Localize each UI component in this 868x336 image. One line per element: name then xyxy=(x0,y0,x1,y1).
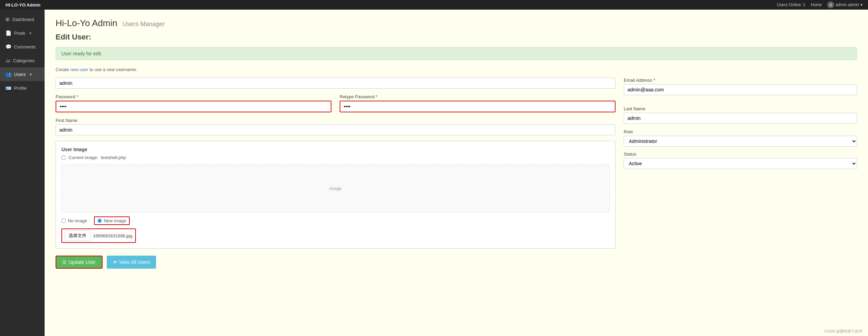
sidebar-item-label: Comments xyxy=(14,44,36,49)
first-name-group: First Name xyxy=(56,118,615,135)
first-name-label: First Name xyxy=(56,118,615,123)
users-icon: 👥 xyxy=(5,71,11,77)
email-label: Email Address * xyxy=(624,78,857,83)
users-chevron-icon: ▾ xyxy=(30,72,32,76)
button-row: ☰ Update User 👁 View All Users xyxy=(56,256,615,269)
user-image-box: User Image Current image: testshell.php … xyxy=(56,141,615,249)
eye-icon: 👁 xyxy=(113,260,117,265)
sidebar-item-comments[interactable]: 💬 Comments xyxy=(0,40,45,54)
sidebar-item-categories[interactable]: 🗂 Categories xyxy=(0,54,45,67)
role-label: Role xyxy=(624,129,857,134)
page-subtitle: Users Manager xyxy=(122,21,165,27)
retype-password-group: Retype Password * xyxy=(340,94,615,112)
no-image-option: No image xyxy=(61,218,87,223)
sidebar-item-profile[interactable]: 🪪 Profile xyxy=(0,81,45,95)
current-image-radio[interactable] xyxy=(61,155,66,160)
name-row: First Name xyxy=(56,118,615,135)
admin-label: admin admin xyxy=(835,2,859,7)
current-image-file: testshell.php xyxy=(101,155,126,160)
comments-icon: 💬 xyxy=(5,44,11,49)
role-group: Role Administrator Editor Author Subscri… xyxy=(624,129,857,147)
admin-chevron-icon: ▾ xyxy=(860,2,863,7)
alert-success: User ready for edit. xyxy=(56,47,857,60)
sidebar-item-posts[interactable]: 📄 Posts ▾ xyxy=(0,26,45,40)
new-image-option: New image xyxy=(94,216,130,225)
email-group: Email Address * xyxy=(624,78,857,95)
update-icon: ☰ xyxy=(62,260,67,265)
home-link[interactable]: Home xyxy=(811,2,822,7)
email-row: Email Address * xyxy=(624,78,857,95)
update-user-button[interactable]: ☰ Update User xyxy=(56,256,103,269)
edit-user-title: Edit User: xyxy=(56,33,857,42)
no-image-label: No image xyxy=(68,218,87,223)
password-label: Password * xyxy=(56,94,331,99)
first-name-input[interactable] xyxy=(56,124,615,135)
sidebar-item-users[interactable]: 👥 Users ▾ xyxy=(0,67,45,81)
sidebar-item-dashboard[interactable]: ⊞ Dashboard xyxy=(0,12,45,26)
current-image-label: Current image: xyxy=(69,155,98,160)
retype-password-input[interactable] xyxy=(340,101,615,112)
last-name-group: Last Name xyxy=(624,106,857,124)
new-image-label: New image xyxy=(104,218,126,223)
dashboard-icon: ⊞ xyxy=(5,16,10,22)
profile-icon: 🪪 xyxy=(5,85,11,91)
admin-menu[interactable]: A admin admin ▾ xyxy=(827,1,863,8)
username-row xyxy=(56,78,615,89)
file-choose-button[interactable]: 选择文件 xyxy=(65,231,90,241)
status-group: Status Active Inactive xyxy=(624,152,857,169)
admin-avatar: A xyxy=(827,1,834,8)
role-section: Role Administrator Editor Author Subscri… xyxy=(624,129,857,169)
sidebar-item-label: Users xyxy=(14,72,26,77)
sidebar-item-label: Profile xyxy=(14,86,27,91)
username-group xyxy=(56,78,615,89)
sidebar-item-label: Categories xyxy=(13,58,35,63)
last-name-row: Last Name xyxy=(624,106,857,124)
sidebar-item-label: Dashboard xyxy=(12,17,34,22)
new-image-radio[interactable] xyxy=(97,219,102,223)
status-select[interactable]: Active Inactive xyxy=(624,158,857,169)
layout: ⊞ Dashboard 📄 Posts ▾ 💬 Comments 🗂 Categ… xyxy=(0,10,868,336)
username-input[interactable] xyxy=(56,78,615,89)
password-row: Password * Retype Password * xyxy=(56,94,615,112)
sidebar-item-label: Posts xyxy=(14,31,25,36)
update-user-label: Update User xyxy=(69,259,96,265)
image-preview: image xyxy=(61,164,610,212)
no-image-radio[interactable] xyxy=(61,219,66,223)
main-content: Hi-Lo-Yo Admin Users Manager Edit User: … xyxy=(45,10,868,336)
categories-icon: 🗂 xyxy=(5,58,10,63)
last-name-label: Last Name xyxy=(624,106,857,111)
brand-label: HI-LO-YO Admin xyxy=(5,2,40,8)
role-select[interactable]: Administrator Editor Author Subscriber xyxy=(624,136,857,147)
form-helper: Create new user to use a new username. xyxy=(56,67,857,72)
topbar-right: Users Online: 1 Home A admin admin ▾ xyxy=(777,1,863,8)
users-online-label: Users Online: 1 xyxy=(777,2,806,7)
password-group: Password * xyxy=(56,94,331,112)
status-label: Status xyxy=(624,152,857,157)
file-upload-row: 选择文件 1669691631696.jpg xyxy=(61,228,610,243)
new-user-link[interactable]: new user xyxy=(70,67,89,72)
page-title: Hi-Lo-Yo Admin Users Manager xyxy=(56,18,857,29)
topbar: HI-LO-YO Admin Users Online: 1 Home A ad… xyxy=(0,0,868,10)
file-name-label: 1669691631696.jpg xyxy=(93,233,132,238)
right-section: Email Address * Last Name Role xyxy=(624,78,857,269)
current-image-row: Current image: testshell.php xyxy=(61,155,610,160)
view-all-users-label: View All Users xyxy=(119,259,150,265)
file-upload-container: 选择文件 1669691631696.jpg xyxy=(61,228,136,243)
view-all-users-button[interactable]: 👁 View All Users xyxy=(107,256,156,269)
content-body: Password * Retype Password * First Name xyxy=(56,78,857,269)
posts-chevron-icon: ▾ xyxy=(30,31,31,35)
image-radio-row: No image New image xyxy=(61,216,610,225)
posts-icon: 📄 xyxy=(5,30,11,36)
left-section: Password * Retype Password * First Name xyxy=(56,78,615,269)
user-image-label: User Image xyxy=(61,147,610,152)
sidebar: ⊞ Dashboard 📄 Posts ▾ 💬 Comments 🗂 Categ… xyxy=(0,10,45,336)
image-alt-text: image xyxy=(329,186,341,191)
retype-password-label: Retype Password * xyxy=(340,94,615,99)
watermark: CSDN @爱吃橙子的羊 xyxy=(824,329,863,334)
password-input[interactable] xyxy=(56,101,331,112)
last-name-input[interactable] xyxy=(624,113,857,124)
email-input[interactable] xyxy=(624,84,857,95)
